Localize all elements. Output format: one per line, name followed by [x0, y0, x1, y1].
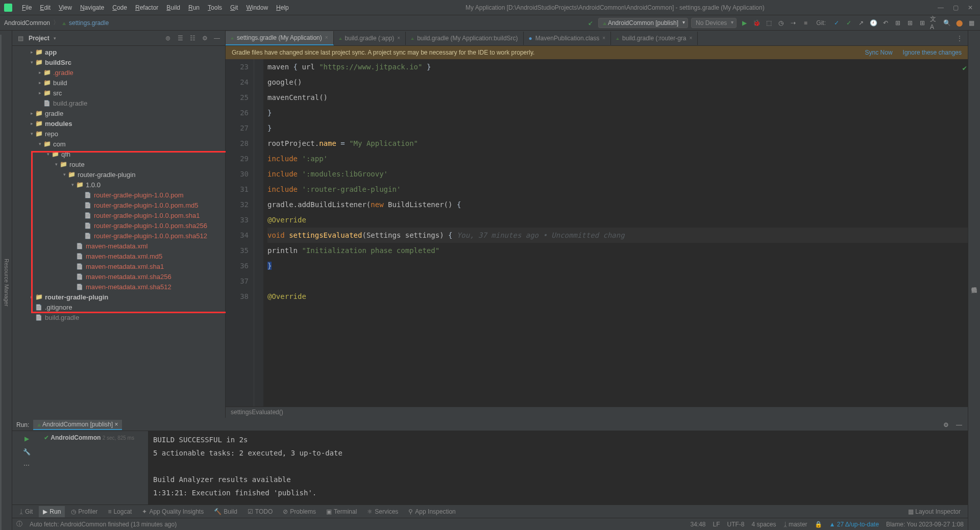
tree-node[interactable]: maven-metadata.xml.md5 — [12, 251, 225, 261]
bottom-tool-layout-inspector[interactable]: ▦ Layout Inspector — [904, 506, 965, 517]
bottom-tool-services[interactable]: ⚛ Services — [363, 506, 402, 517]
tree-node[interactable]: ▸src — [12, 88, 225, 98]
menu-file[interactable]: File — [18, 2, 35, 13]
breadcrumb-file[interactable]: settings.gradle — [69, 19, 109, 27]
more-1-icon[interactable]: ⊞ — [893, 18, 902, 28]
run-hide-icon[interactable]: — — [954, 420, 964, 430]
device-selector[interactable]: No Devices — [691, 18, 737, 28]
bottom-tool-build[interactable]: 🔨 Build — [210, 506, 241, 517]
run-more-button[interactable]: ⋯ — [22, 461, 31, 470]
translate-icon[interactable]: 文A — [930, 18, 939, 28]
editor-tab[interactable]: ● MavenPublication.class × — [524, 32, 611, 45]
tree-node[interactable]: ▸app — [12, 47, 225, 57]
sync-icon[interactable]: ↙ — [586, 18, 595, 28]
breadcrumb-root[interactable]: AndroidCommon — [4, 19, 50, 27]
menu-code[interactable]: Code — [109, 2, 131, 13]
search-icon[interactable]: 🔍 — [942, 18, 951, 28]
menu-view[interactable]: View — [55, 2, 76, 13]
tree-node[interactable]: router-gradle-plugin-1.0.0.pom.md5 — [12, 200, 225, 210]
project-tree[interactable]: ▸app▾buildSrc▸.gradle▸build▸srcbuild.gra… — [12, 46, 225, 418]
project-panel-title[interactable]: Project — [29, 35, 50, 42]
coverage-button[interactable]: ⬚ — [764, 18, 773, 28]
menu-refactor[interactable]: Refactor — [132, 2, 162, 13]
bottom-tool-logcat[interactable]: ≡ Logcat — [104, 506, 136, 517]
menu-edit[interactable]: Edit — [36, 2, 54, 13]
tree-node[interactable]: ▸build — [12, 78, 225, 88]
run-tool-button[interactable]: 🔧 — [22, 447, 31, 457]
tree-node[interactable]: maven-metadata.xml — [12, 241, 225, 251]
caret-position[interactable]: 34:48 — [690, 521, 705, 528]
git-history-icon[interactable]: 🕘 — [869, 18, 878, 28]
attach-button[interactable]: ⇢ — [789, 18, 798, 28]
bottom-tool-app-quality-insights[interactable]: ✦ App Quality Insights — [138, 506, 208, 517]
tree-node[interactable]: ▾com — [12, 139, 225, 149]
readonly-lock-icon[interactable]: 🔒 — [815, 521, 822, 528]
tree-node[interactable]: router-gradle-plugin-1.0.0.pom.sha1 — [12, 210, 225, 220]
tree-node[interactable]: ▸.gradle — [12, 67, 225, 78]
editor-breadcrumb[interactable]: settingsEvaluated() — [226, 407, 968, 418]
run-tree[interactable]: ✔ AndroidCommon 2 sec, 825 ms — [41, 431, 148, 504]
editor-tab[interactable]: ⟁settings.gradle (My Application) × — [226, 31, 334, 45]
blame-info[interactable]: Blame: You 2023-09-27 1:08 — [886, 521, 964, 528]
bottom-tool-problems[interactable]: ⊘ Problems — [279, 506, 320, 517]
minimize-button[interactable]: — — [938, 4, 944, 11]
bottom-tool-todo[interactable]: ☑ TODO — [243, 506, 277, 517]
hide-icon[interactable]: — — [213, 35, 221, 42]
run-gear-icon[interactable]: ⚙ — [941, 420, 950, 430]
bottom-tool-git[interactable]: ᛣ Git — [15, 506, 37, 517]
editor-tab[interactable]: ⟁build.gradle (:app) × — [334, 32, 406, 45]
run-tab[interactable]: ⟁ AndroidCommon [publish] × — [33, 420, 122, 430]
tree-node[interactable]: ▸gradle — [12, 108, 225, 118]
toolwindow-代码文档搜索[interactable]: 代码文档搜索 — [968, 35, 980, 530]
menu-git[interactable]: Git — [227, 2, 241, 13]
sync-status[interactable]: ▲ 27 Δ/up-to-date — [829, 521, 879, 528]
more-3-icon[interactable]: ⊞ — [918, 18, 927, 28]
project-view-icon[interactable]: ▤ — [16, 35, 24, 42]
tree-node[interactable]: ▾buildSrc — [12, 57, 225, 67]
run-button[interactable]: ▶ — [740, 18, 749, 28]
tree-node[interactable]: build.gradle — [12, 98, 225, 108]
toolwindow-project[interactable]: Project — [0, 35, 2, 530]
stop-button[interactable]: ■ — [801, 18, 810, 28]
tree-node[interactable]: ▾qfh — [12, 149, 225, 159]
menu-tools[interactable]: Tools — [204, 2, 226, 13]
tree-node[interactable]: maven-metadata.xml.sha512 — [12, 282, 225, 292]
debug-button[interactable]: 🐞 — [752, 18, 761, 28]
bottom-tool-stripe[interactable]: ᛣ Git▶ Run◷ Profiler≡ Logcat✦ App Qualit… — [12, 504, 968, 518]
sync-now-link[interactable]: Sync Now — [865, 49, 893, 56]
locate-icon[interactable]: ⊚ — [164, 35, 172, 42]
tree-node[interactable]: router-gradle-plugin-1.0.0.pom — [12, 190, 225, 200]
toolwindow-resource-manager[interactable]: Resource Manager — [2, 35, 12, 530]
editor-tab[interactable]: ⟁build.gradle (:router-gra × — [611, 32, 698, 45]
tree-node[interactable]: ▸modules — [12, 118, 225, 129]
menu-navigate[interactable]: Navigate — [77, 2, 108, 13]
menu-help[interactable]: Help — [273, 2, 292, 13]
editor-tabs[interactable]: ⟁settings.gradle (My Application) ×⟁buil… — [226, 31, 968, 46]
maximize-button[interactable]: ▢ — [953, 4, 959, 11]
tree-node[interactable]: maven-metadata.xml.sha1 — [12, 261, 225, 271]
collapse-icon[interactable]: ☰ — [176, 35, 184, 42]
ignore-changes-link[interactable]: Ignore these changes — [903, 49, 962, 56]
tree-node[interactable]: maven-metadata.xml.sha256 — [12, 271, 225, 282]
file-encoding[interactable]: UTF-8 — [727, 521, 745, 528]
tabs-more-icon[interactable]: ⋮ — [951, 35, 968, 42]
bottom-tool-run[interactable]: ▶ Run — [39, 506, 65, 517]
expand-icon[interactable]: ☷ — [188, 35, 197, 42]
inspection-ok-icon[interactable]: ✔ — [963, 60, 967, 75]
run-output[interactable]: BUILD SUCCESSFUL in 2s5 actionable tasks… — [148, 431, 968, 504]
bottom-tool-profiler[interactable]: ◷ Profiler — [67, 506, 102, 517]
run-config-selector[interactable]: ⟁ AndroidCommon [publish] — [598, 18, 688, 28]
rerun-button[interactable]: ▶ — [22, 434, 31, 443]
bottom-tool-terminal[interactable]: ▣ Terminal — [322, 506, 361, 517]
git-commit-icon[interactable]: ✓ — [844, 18, 853, 28]
breadcrumb[interactable]: AndroidCommon 〉 ⟁ settings.gradle — [4, 18, 109, 27]
tree-node[interactable]: ▾repo — [12, 129, 225, 139]
tree-node[interactable]: ▾router-gradle-plugin — [12, 169, 225, 180]
menu-build[interactable]: Build — [163, 2, 184, 13]
git-rollback-icon[interactable]: ↶ — [881, 18, 890, 28]
tree-node[interactable]: ▸router-gradle-plugin — [12, 292, 225, 302]
tree-node[interactable]: router-gradle-plugin-1.0.0.pom.sha512 — [12, 231, 225, 241]
profile-button[interactable]: ◷ — [776, 18, 786, 28]
git-update-icon[interactable]: ✓ — [832, 18, 841, 28]
close-button[interactable]: ✕ — [968, 4, 973, 11]
